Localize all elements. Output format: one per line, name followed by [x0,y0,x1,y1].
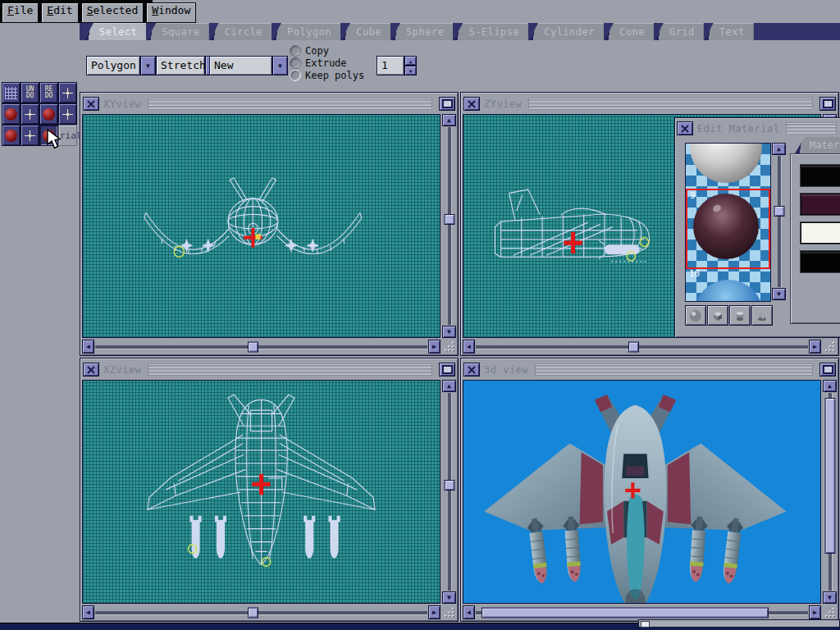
titlebar-drag-lines[interactable] [148,98,432,110]
menu-file[interactable]: File [2,2,39,23]
xyview-titlebar[interactable]: XYview [82,94,456,114]
scrollbar-track[interactable] [475,340,809,354]
radio-dot[interactable] [290,45,301,57]
scrollbar-thumb[interactable] [444,214,454,225]
tab-grid[interactable]: Grid [654,23,704,40]
sphere-tool-button[interactable] [39,103,58,125]
sphere-primitive-button[interactable] [685,305,706,326]
xzview-titlebar[interactable]: XZview [82,360,456,380]
close-icon[interactable] [463,363,480,377]
material-preview-sphere[interactable] [690,143,762,183]
scrollbar-track[interactable] [772,155,786,288]
redo-button[interactable]: RE DO [39,82,58,103]
scrollbar-thumb[interactable] [248,607,258,618]
material-titlebar[interactable]: Edit Material [675,118,840,137]
tab-cone[interactable]: Cone [604,23,654,40]
scroll-up-icon[interactable]: ▲ [442,380,456,392]
axis-tool-button[interactable] [21,103,39,125]
scroll-right-icon[interactable]: ▶ [809,340,821,354]
tab-circle[interactable]: Circle [209,23,272,40]
axis-tool-button[interactable] [58,82,77,103]
3dview-canvas[interactable] [463,380,821,604]
tab-text[interactable]: Text [704,23,754,40]
scroll-up-icon[interactable]: ▲ [772,143,786,155]
xzview-canvas[interactable] [82,380,441,604]
tab-sphere[interactable]: Sphere [390,23,453,40]
scrollbar-track[interactable] [94,340,428,354]
xyview-canvas[interactable] [82,114,441,338]
scroll-right-icon[interactable]: ▶ [428,605,441,619]
radio-dot[interactable] [290,57,301,69]
axis-tool-button[interactable] [21,125,39,146]
scrollbar-thumb[interactable] [774,206,784,217]
menu-edit[interactable]: Edit [41,2,78,23]
material-panel-tab[interactable]: Material [795,137,840,153]
undo-button[interactable]: UN DO [21,82,39,103]
scrollbar-thumb[interactable] [248,341,258,352]
axis-tool-button[interactable] [58,103,77,125]
radio-copy[interactable]: Copy [290,44,364,57]
spinner-down-icon[interactable]: ▼ [404,66,417,75]
sphere-tool-button[interactable] [2,125,21,146]
grid-tool-button[interactable] [2,82,21,103]
scroll-left-icon[interactable]: ◀ [82,340,94,354]
cube-primitive-button[interactable] [707,305,728,326]
scroll-up-icon[interactable]: ▲ [442,114,456,126]
scrollbar-thumb[interactable] [482,607,769,618]
tab-cube[interactable]: Cube [340,23,390,40]
close-icon[interactable] [463,97,480,111]
scrollbar-track[interactable] [475,605,809,619]
scroll-down-icon[interactable]: ▼ [772,288,786,300]
resize-grip[interactable] [823,605,837,619]
scroll-left-icon[interactable]: ◀ [82,605,94,619]
shape-dropdown-value[interactable]: Polygon [86,56,140,75]
target-dropdown-value[interactable]: New [209,56,272,75]
radio-extrude[interactable]: Extrude [290,57,364,69]
cylinder-primitive-button[interactable] [729,305,751,326]
3dview-titlebar[interactable]: 3d view [463,360,837,380]
material-list[interactable]: 9 10 [685,143,771,302]
sphere-tool-button[interactable] [2,103,21,125]
scrollbar-thumb[interactable] [824,398,835,554]
count-spinner-value[interactable]: 1 [377,56,404,75]
titlebar-drag-lines[interactable] [786,122,837,135]
radio-keep-polys[interactable]: Keep polys [290,69,364,81]
scrollbar-track[interactable] [94,605,428,619]
scrollbar-track[interactable] [823,392,837,591]
resize-grip[interactable] [442,605,456,619]
tab-s-elipse[interactable]: S-Elipse [453,23,528,40]
radio-dot[interactable] [290,70,301,81]
scroll-down-icon[interactable]: ▼ [442,591,456,604]
menu-selected[interactable]: Selected [81,2,144,23]
tab-square[interactable]: Square [146,23,208,40]
color-swatch[interactable] [801,165,840,186]
maximize-icon[interactable] [439,363,455,377]
material-preview-sphere[interactable] [693,194,759,259]
titlebar-drag-lines[interactable] [535,363,813,376]
scrollbar-track[interactable] [442,126,456,326]
scroll-down-icon[interactable]: ▼ [442,326,456,338]
mode-dropdown-value[interactable]: Stretch [156,56,205,75]
titlebar-drag-lines[interactable] [528,98,813,110]
scroll-up-icon[interactable]: ▲ [823,380,837,392]
resize-grip[interactable] [442,340,456,354]
spinner-up-icon[interactable]: ▲ [404,56,417,66]
dropdown-arrow-icon[interactable]: ▼ [140,56,156,75]
zyview-titlebar[interactable]: ZYview [463,94,837,114]
material-preview-sphere[interactable] [694,280,763,302]
titlebar-drag-lines[interactable] [148,363,432,376]
close-icon[interactable] [83,363,99,377]
cone-primitive-button[interactable] [751,305,773,326]
color-swatch[interactable] [801,222,840,244]
maximize-icon[interactable] [439,97,455,111]
dropdown-arrow-icon[interactable]: ▼ [272,56,288,75]
scroll-left-icon[interactable]: ◀ [463,605,475,619]
scrollbar-thumb[interactable] [628,341,639,352]
maximize-icon[interactable] [819,97,836,111]
tab-select[interactable]: Select [84,23,146,40]
scroll-left-icon[interactable]: ◀ [463,340,475,354]
tab-polygon[interactable]: Polygon [272,23,340,40]
menu-window[interactable]: Window [146,2,196,23]
color-swatch[interactable] [801,194,840,215]
scrollbar-track[interactable] [442,392,456,591]
